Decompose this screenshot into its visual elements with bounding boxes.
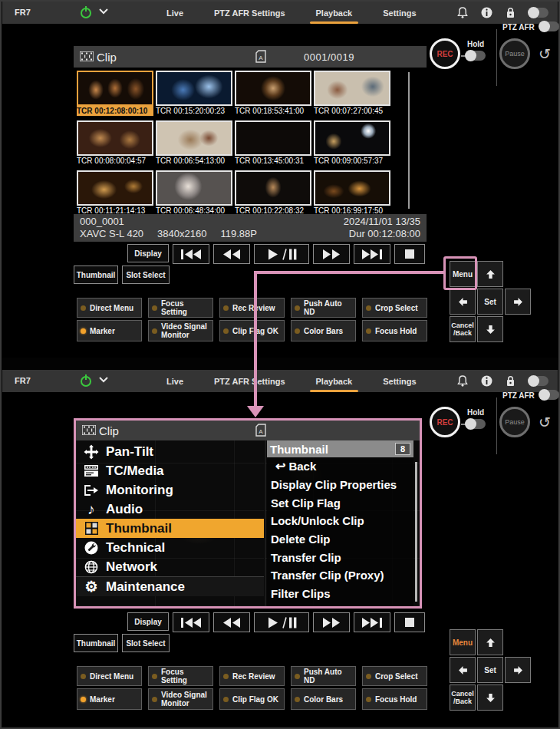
- power-icon[interactable]: [79, 374, 93, 388]
- tab-playback[interactable]: Playback: [315, 2, 354, 24]
- slot-select-button[interactable]: Slot Select: [122, 634, 170, 652]
- ptz-afr-toggle[interactable]: [539, 390, 559, 400]
- assign-button-focus-hold[interactable]: Focus Hold: [362, 320, 427, 341]
- assign-button-clip-flag-ok[interactable]: Clip Flag OK: [219, 688, 285, 710]
- tab-ptz-afr-settings[interactable]: PTZ AFR Settings: [212, 371, 286, 392]
- keypad-left-button[interactable]: [450, 657, 476, 683]
- next-clip-button[interactable]: [354, 244, 390, 264]
- assign-button-marker[interactable]: Marker: [77, 320, 142, 341]
- submenu-item-back[interactable]: ↩Back: [267, 457, 413, 476]
- grid-scrollbar[interactable]: [408, 72, 410, 209]
- tab-live[interactable]: Live: [165, 2, 185, 24]
- keypad-down-button[interactable]: [477, 316, 503, 342]
- clip-thumbnail[interactable]: TCR 00:18:53:41:00: [235, 71, 311, 116]
- submenu-item-set-clip-flag[interactable]: Set Clip Flag: [267, 493, 413, 512]
- submenu-scrollbar[interactable]: [415, 462, 417, 602]
- assign-button-crop-select[interactable]: Crop Select: [362, 666, 427, 686]
- assign-button-color-bars[interactable]: Color Bars: [291, 320, 356, 341]
- next-clip-button[interactable]: [354, 612, 390, 632]
- stop-button[interactable]: [394, 612, 425, 632]
- assign-button-direct-menu[interactable]: Direct Menu: [77, 666, 142, 686]
- keypad-up-button[interactable]: [477, 629, 503, 655]
- assign-button-push-auto-nd[interactable]: Push Auto ND: [291, 666, 356, 686]
- assign-button-clip-flag-ok[interactable]: Clip Flag OK: [219, 320, 285, 341]
- assign-button-focus-setting[interactable]: Focus Setting: [148, 298, 213, 318]
- submenu-item-transfer-clip-proxy[interactable]: Transfer Clip (Proxy): [267, 566, 413, 585]
- clip-thumbnail[interactable]: TCR 00:09:00:57:37: [314, 120, 390, 166]
- play-pause-button[interactable]: [254, 244, 309, 264]
- keypad-cancel-back-button[interactable]: Cancel/Back: [450, 684, 476, 711]
- stop-button[interactable]: [394, 244, 425, 264]
- assign-button-video-signal-monitor[interactable]: Video Signal Monitor: [148, 688, 213, 710]
- assign-button-push-auto-nd[interactable]: Push Auto ND: [291, 298, 356, 318]
- pause-button[interactable]: Pause: [499, 38, 530, 69]
- keypad-cancel-back-button[interactable]: Cancel/Back: [450, 316, 476, 342]
- hold-toggle[interactable]: [466, 51, 486, 61]
- reset-position-icon[interactable]: ↺: [539, 45, 551, 63]
- assign-button-focus-hold[interactable]: Focus Hold: [362, 688, 427, 710]
- clip-thumbnail[interactable]: TCR 00:06:54:13:00: [156, 120, 232, 166]
- keypad-right-button[interactable]: [505, 289, 531, 315]
- menu-item-maintenance[interactable]: ⚙Maintenance: [76, 576, 264, 596]
- assign-button-video-signal-monitor[interactable]: Video Signal Monitor: [148, 320, 213, 341]
- submenu-item-display-clip-properties[interactable]: Display Clip Properties: [267, 476, 413, 494]
- clip-thumbnail[interactable]: TCR 00:07:27:00:45: [314, 71, 390, 116]
- tab-live[interactable]: Live: [165, 371, 185, 392]
- submenu-item-filter-clips[interactable]: Filter Clips: [267, 585, 413, 603]
- bell-icon[interactable]: [457, 375, 468, 387]
- assign-button-focus-setting[interactable]: Focus Setting: [148, 666, 213, 686]
- clip-thumbnail[interactable]: TCR 00:15:20:00:23: [156, 71, 232, 116]
- keypad-right-button[interactable]: [505, 657, 531, 683]
- power-icon[interactable]: [79, 5, 93, 19]
- display-button[interactable]: Display: [127, 244, 169, 262]
- clip-thumbnail[interactable]: TCR 00:16:99:17:50: [314, 170, 390, 216]
- ptz-afr-toggle[interactable]: [539, 21, 559, 31]
- clip-thumbnail[interactable]: TCR 00:08:00:04:57: [77, 120, 153, 166]
- menu-item-technical[interactable]: Technical: [76, 538, 264, 557]
- thumbnail-button[interactable]: Thumbnail: [74, 634, 118, 652]
- rewind-button[interactable]: [213, 612, 250, 632]
- keypad-up-button[interactable]: [477, 261, 503, 287]
- menu-item-pan-tilt[interactable]: Pan-Tilt: [76, 442, 264, 461]
- clip-thumbnail[interactable]: TCR 00:10:22:08:32: [235, 170, 311, 216]
- rewind-button[interactable]: [213, 244, 250, 264]
- tab-settings[interactable]: Settings: [381, 371, 417, 392]
- lock-toggle[interactable]: [529, 376, 548, 386]
- thumbnail-button[interactable]: Thumbnail: [74, 266, 118, 284]
- tab-playback[interactable]: Playback: [315, 371, 354, 392]
- menu-item-audio[interactable]: ♪Audio: [76, 500, 264, 519]
- fast-forward-button[interactable]: [313, 244, 350, 264]
- slot-select-button[interactable]: Slot Select: [122, 266, 170, 284]
- menu-item-monitoring[interactable]: Monitoring: [76, 480, 264, 500]
- submenu-item-transfer-clip[interactable]: Transfer Clip: [267, 548, 413, 566]
- menu-item-network[interactable]: Network: [76, 557, 264, 576]
- rec-button[interactable]: REC: [430, 407, 460, 437]
- previous-clip-button[interactable]: [173, 244, 209, 264]
- menu-item-thumbnail[interactable]: Thumbnail: [76, 519, 264, 538]
- fast-forward-button[interactable]: [313, 612, 350, 632]
- bell-icon[interactable]: [457, 7, 468, 18]
- keypad-down-button[interactable]: [477, 684, 503, 711]
- chevron-down-icon[interactable]: [99, 8, 108, 15]
- display-button[interactable]: Display: [127, 612, 169, 631]
- reset-position-icon[interactable]: ↺: [539, 414, 551, 431]
- keypad-set-button[interactable]: Set: [477, 657, 503, 683]
- assign-button-crop-select[interactable]: Crop Select: [362, 298, 427, 318]
- clip-thumbnail[interactable]: TCR 00:11:21:14:13: [77, 170, 153, 216]
- info-icon[interactable]: [481, 7, 492, 18]
- keypad-menu-button-active[interactable]: Menu: [450, 629, 476, 655]
- clip-thumbnail[interactable]: TCR 00:13:45:00:31: [235, 120, 311, 166]
- tab-ptz-afr-settings[interactable]: PTZ AFR Settings: [212, 2, 286, 24]
- clip-thumbnail[interactable]: TCR 00:12:08:00:10: [77, 71, 153, 116]
- clip-thumbnail[interactable]: TCR 00:06:48:34:00: [156, 170, 232, 216]
- assign-button-rec-review[interactable]: Rec Review: [219, 298, 285, 318]
- play-pause-button[interactable]: [254, 612, 309, 632]
- hold-toggle[interactable]: [466, 419, 486, 429]
- info-icon[interactable]: [481, 375, 492, 387]
- assign-button-direct-menu[interactable]: Direct Menu: [77, 298, 142, 318]
- rec-button[interactable]: REC: [430, 38, 460, 69]
- assign-button-rec-review[interactable]: Rec Review: [219, 666, 285, 686]
- submenu-item-lock-unlock-clip[interactable]: Lock/Unlock Clip: [267, 512, 413, 530]
- chevron-down-icon[interactable]: [99, 377, 108, 383]
- assign-button-color-bars[interactable]: Color Bars: [291, 688, 356, 710]
